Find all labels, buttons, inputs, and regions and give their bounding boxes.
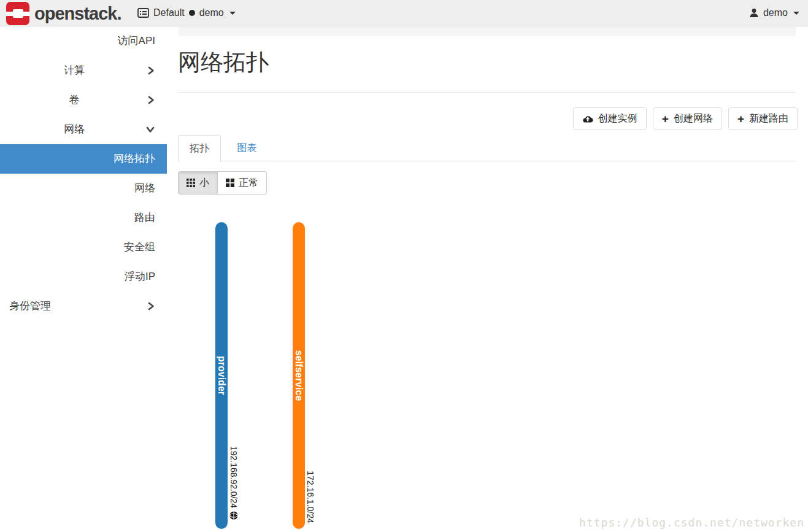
button-label: 创建实例 bbox=[598, 112, 637, 125]
openstack-logo-icon bbox=[6, 2, 29, 25]
grid-small-icon bbox=[187, 179, 195, 187]
subnet-cidr: 192.168.92.0/24 bbox=[229, 446, 239, 508]
sidebar-item-label: 网络拓扑 bbox=[114, 153, 155, 164]
chevron-right-icon bbox=[148, 66, 155, 75]
dot-separator-icon bbox=[189, 10, 195, 16]
launch-instance-button[interactable]: 创建实例 bbox=[573, 107, 647, 130]
chevron-down-icon bbox=[146, 126, 155, 133]
user-icon bbox=[749, 8, 759, 18]
button-label: 创建网络 bbox=[674, 112, 713, 125]
grid-normal-icon bbox=[226, 179, 234, 187]
sidebar-item-label: 身份管理 bbox=[9, 300, 51, 312]
sidebar-group-volumes[interactable]: 卷 bbox=[0, 85, 167, 115]
create-router-button[interactable]: + 新建路由 bbox=[728, 107, 798, 130]
tab-graph[interactable]: 图表 bbox=[226, 135, 267, 162]
tab-topology[interactable]: 拓扑 bbox=[178, 135, 221, 162]
network-name-provider: provider bbox=[215, 333, 228, 418]
chevron-right-icon bbox=[148, 302, 155, 310]
brand-wordmark: openstack. bbox=[34, 2, 121, 25]
cloud-upload-icon bbox=[582, 115, 593, 123]
openstack-brand[interactable]: openstack. bbox=[6, 2, 121, 25]
top-bar: openstack. Default demo demo bbox=[0, 0, 808, 26]
sidebar-item-floating-ips[interactable]: 浮动IP bbox=[0, 262, 167, 291]
user-label: demo bbox=[763, 7, 788, 18]
sidebar: 访问API 计算 卷 网络 网络拓扑 网络 路由 安全组 浮动IP 身份管理 bbox=[0, 26, 167, 321]
title-divider bbox=[178, 92, 796, 93]
sidebar-item-routers[interactable]: 路由 bbox=[0, 203, 167, 233]
page-title: 网络拓扑 bbox=[178, 48, 269, 77]
topology-tabs: 拓扑 图表 bbox=[178, 134, 796, 161]
action-buttons: 创建实例 + 创建网络 + 新建路由 bbox=[573, 107, 798, 130]
caret-down-icon bbox=[229, 12, 236, 15]
toggle-label: 小 bbox=[199, 177, 209, 190]
network-name-selfservice: selfservice bbox=[293, 333, 305, 418]
project-label: demo bbox=[199, 7, 224, 18]
plus-icon: + bbox=[662, 113, 669, 125]
caret-down-icon bbox=[793, 12, 799, 15]
project-switcher[interactable]: Default demo bbox=[134, 0, 239, 26]
create-network-button[interactable]: + 创建网络 bbox=[653, 107, 722, 130]
subnet-cidr: 172.16.1.0/24 bbox=[306, 471, 315, 523]
sidebar-item-networks[interactable]: 网络 bbox=[0, 174, 167, 203]
sidebar-item-label: 路由 bbox=[134, 212, 155, 223]
sidebar-item-identity[interactable]: 身份管理 bbox=[0, 291, 167, 321]
watermark-text: https://blog.csdn.net/networken bbox=[579, 516, 804, 529]
sidebar-item-label: 计算 bbox=[64, 64, 85, 76]
sidebar-item-network-topology[interactable]: 网络拓扑 bbox=[0, 144, 167, 174]
sidebar-item-label: 网络 bbox=[64, 123, 85, 135]
sidebar-item-label: 安全组 bbox=[124, 241, 155, 253]
user-menu[interactable]: demo bbox=[749, 0, 799, 26]
plus-icon: + bbox=[737, 113, 744, 125]
sidebar-group-compute[interactable]: 计算 bbox=[0, 56, 167, 85]
button-label: 新建路由 bbox=[749, 112, 788, 125]
size-normal-button[interactable]: 正常 bbox=[218, 171, 267, 195]
external-network-globe-icon bbox=[229, 511, 238, 520]
toggle-label: 正常 bbox=[239, 177, 258, 190]
size-small-button[interactable]: 小 bbox=[178, 171, 218, 195]
list-alt-icon bbox=[137, 8, 149, 18]
sidebar-item-security-groups[interactable]: 安全组 bbox=[0, 233, 167, 262]
sidebar-group-network[interactable]: 网络 bbox=[0, 115, 167, 144]
network-subnet-provider: 192.168.92.0/24 bbox=[228, 440, 240, 526]
sidebar-item-label: 网络 bbox=[134, 182, 155, 194]
domain-label: Default bbox=[153, 7, 185, 18]
sidebar-item-label: 访问API bbox=[118, 35, 155, 47]
size-toggle-group: 小 正常 bbox=[178, 171, 267, 195]
network-subnet-selfservice: 172.16.1.0/24 bbox=[304, 454, 317, 532]
sidebar-item-api-access[interactable]: 访问API bbox=[0, 26, 167, 56]
chevron-right-icon bbox=[148, 96, 155, 104]
sidebar-item-label: 浮动IP bbox=[125, 271, 155, 282]
sidebar-item-label: 卷 bbox=[69, 94, 80, 106]
